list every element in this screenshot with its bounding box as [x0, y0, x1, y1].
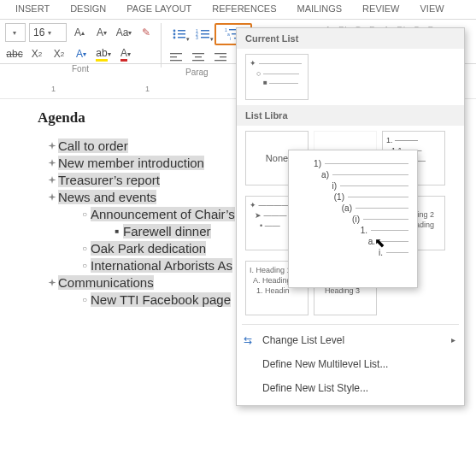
svg-rect-26 [195, 56, 202, 57]
svg-rect-24 [170, 60, 182, 61]
tab-page-layout[interactable]: PAGE LAYOUT [126, 3, 191, 14]
current-list-header: Current List [237, 28, 464, 49]
strikethrough-button[interactable]: abc [5, 45, 24, 62]
circle-bullet-icon [79, 209, 91, 219]
subscript-button[interactable]: X2 [27, 45, 46, 62]
svg-rect-9 [201, 33, 209, 35]
bullets-button[interactable]: ▾ [167, 25, 191, 44]
ruler-mark: 1 [51, 85, 56, 93]
list-item-text: Announcement of Chair’s [91, 207, 235, 221]
clear-formatting-button[interactable]: ✎ [137, 24, 156, 41]
svg-rect-27 [192, 60, 204, 61]
list-item-text: New member introduction [58, 156, 204, 170]
svg-point-2 [173, 33, 176, 36]
highlight-button[interactable]: ab▾ [94, 45, 113, 62]
font-group-label: Font [5, 64, 156, 74]
tab-design[interactable]: DESIGN [70, 3, 106, 14]
svg-rect-3 [178, 33, 185, 35]
svg-rect-5 [178, 37, 185, 38]
circle-bullet-icon [79, 261, 91, 270]
svg-rect-7 [201, 30, 209, 32]
ruler-mark: 1 [145, 85, 150, 93]
star-bullet-icon [46, 141, 58, 151]
star-bullet-icon [46, 192, 58, 203]
star-bullet-icon [46, 175, 58, 185]
ribbon-tabs: INSERT DESIGN PAGE LAYOUT REFERENCES MAI… [0, 0, 476, 20]
font-color-button[interactable]: A▾ [116, 45, 135, 62]
svg-rect-11 [201, 37, 209, 38]
tab-references[interactable]: REFERENCES [212, 3, 276, 14]
svg-rect-1 [178, 30, 185, 32]
superscript-button[interactable]: X2 [50, 45, 68, 62]
change-case-button[interactable]: Aa▾ [115, 24, 133, 41]
svg-rect-30 [214, 60, 226, 61]
list-item-text: New TTI Facebook page [91, 292, 231, 307]
list-item-text: Farewell dinner [123, 224, 211, 238]
svg-point-4 [173, 37, 176, 39]
list-library-header: List Libra [237, 105, 464, 126]
tab-view[interactable]: VIEW [420, 3, 444, 14]
current-list-swatch[interactable]: ✦ ○ ■ [245, 54, 309, 100]
circle-bullet-icon [79, 295, 91, 304]
svg-rect-28 [214, 53, 226, 54]
tab-review[interactable]: REVIEW [362, 3, 399, 14]
svg-rect-29 [220, 56, 226, 57]
list-item-text: Call to order [58, 138, 128, 153]
tab-mailings[interactable]: MAILINGS [297, 3, 343, 14]
cursor-icon: ⬉ [374, 235, 385, 250]
list-item-text: International Arborists As [91, 258, 232, 273]
svg-rect-22 [170, 53, 182, 54]
list-item-text: Communications [58, 275, 154, 290]
grow-font-button[interactable]: A▴ [70, 24, 89, 41]
svg-rect-25 [192, 53, 204, 54]
numbering-button[interactable]: 123 ▾ [191, 25, 214, 44]
font-group: ▾ 16▾ A▴ A▾ Aa▾ ✎ abc X2 X2 A▾ ab▾ A▾ Fo… [5, 23, 156, 74]
font-name-dropdown[interactable]: ▾ [5, 23, 26, 42]
define-new-multilevel-item[interactable]: Define New Multilevel List... [237, 352, 464, 376]
svg-text:3: 3 [196, 35, 198, 40]
text-effects-button[interactable]: A▾ [72, 45, 91, 62]
list-item-text: Oak Park dedication [91, 241, 206, 256]
square-bullet-icon [111, 227, 123, 235]
tab-insert[interactable]: INSERT [15, 3, 50, 14]
svg-text:i: i [230, 36, 231, 41]
svg-point-0 [173, 30, 176, 32]
list-item-text: News and events [58, 190, 156, 204]
star-bullet-icon [46, 278, 58, 288]
font-size-dropdown[interactable]: 16▾ [29, 23, 67, 42]
svg-rect-23 [170, 56, 177, 57]
circle-bullet-icon [79, 244, 91, 253]
change-list-level-item[interactable]: ⇆ Change List Level ▸ [237, 328, 464, 352]
list-item-text: Treasurer’s report [58, 173, 160, 187]
star-bullet-icon [46, 158, 58, 168]
define-new-list-style-item[interactable]: Define New List Style... [237, 376, 464, 400]
list-style-preview-tooltip: 1)a)i)(1)(a)(i)1.a.i. [288, 150, 418, 288]
shrink-font-button[interactable]: A▾ [92, 24, 111, 41]
